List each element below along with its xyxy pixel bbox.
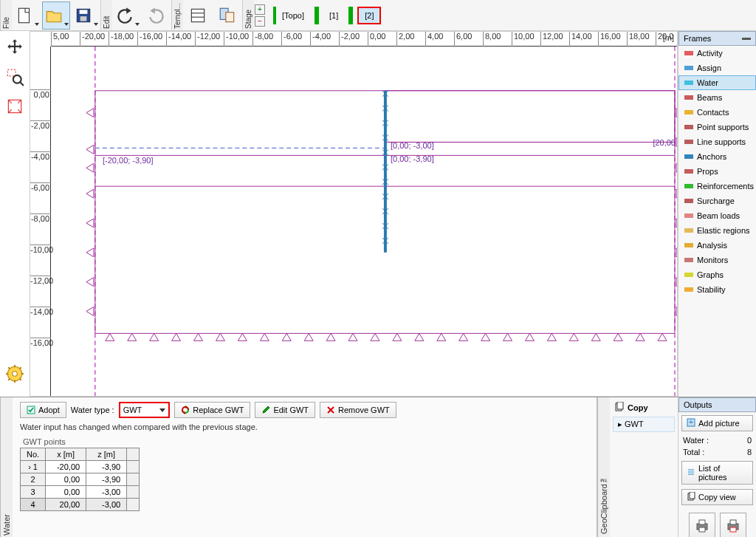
outputs-total-label: Total : — [683, 448, 704, 456]
svg-rect-71 — [684, 273, 693, 277]
replace-gwt-button[interactable]: Replace GWT — [174, 402, 250, 418]
frame-item-surcharge[interactable]: Surcharge — [678, 194, 756, 208]
activity-icon — [684, 49, 694, 58]
stage-tab-topo[interactable]: [Topo] — [273, 7, 310, 24]
stage-indicator-icon — [315, 7, 319, 24]
table-row[interactable]: › 1-20,00-3,90 — [21, 461, 140, 473]
fit-view-tool[interactable] — [3, 95, 27, 118]
template-list-button[interactable] — [184, 1, 212, 30]
svg-rect-11 — [7, 69, 16, 76]
top-toolbar: File Edit Templ... Stage + − [Topo] [1] … — [0, 0, 756, 31]
chevron-down-icon — [159, 408, 165, 412]
svg-rect-65 — [684, 184, 693, 188]
svg-rect-60 — [684, 110, 693, 114]
save-button[interactable] — [72, 1, 100, 30]
minimize-button[interactable] — [742, 37, 751, 40]
frame-item-beams[interactable]: Beams — [678, 90, 756, 105]
frame-item-anchors[interactable]: Anchors — [678, 149, 756, 164]
contacts-icon — [684, 108, 694, 117]
frame-item-analysis[interactable]: Analysis — [678, 238, 756, 253]
redo-button[interactable] — [142, 1, 171, 30]
template-settings-button[interactable] — [213, 1, 241, 30]
frame-item-activity[interactable]: Activity — [678, 46, 756, 61]
clipboard-item-gwt[interactable]: ▸ GWT — [613, 417, 675, 432]
list-pictures-button[interactable]: List of pictures — [681, 461, 753, 485]
svg-rect-67 — [684, 213, 693, 218]
svg-rect-88 — [699, 520, 705, 524]
chevron-down-icon — [135, 23, 140, 26]
table-row[interactable]: 30,00-3,00 — [21, 486, 140, 499]
frame-item-assign[interactable]: Assign — [678, 61, 756, 75]
settings-button[interactable] — [3, 362, 27, 386]
stage-tab-1[interactable]: [1] — [323, 7, 344, 24]
anchors-icon — [684, 152, 694, 161]
remove-stage-button[interactable]: − — [255, 16, 265, 27]
remove-icon — [326, 406, 335, 414]
frame-item-water[interactable]: Water — [678, 75, 756, 90]
table-row[interactable]: 420,00-3,00 — [21, 499, 140, 511]
gwt-points-table[interactable]: No. x [m] z [m] › 1-20,00-3,9020,00-3,90… — [20, 448, 140, 511]
template-menu-label[interactable]: Templ... — [171, 0, 183, 30]
col-no: No. — [21, 448, 46, 461]
stage-menu-label[interactable]: Stage — [242, 0, 254, 30]
svg-rect-59 — [684, 95, 693, 100]
frame-item-elastic-regions[interactable]: Elastic regions — [678, 223, 756, 238]
col-z: z [m] — [86, 448, 127, 461]
new-file-button[interactable] — [13, 1, 41, 30]
add-stage-button[interactable]: + — [255, 4, 265, 15]
outputs-title: Outputs — [678, 397, 756, 412]
svg-rect-28 — [385, 91, 675, 143]
adopt-button[interactable]: Adopt — [20, 402, 66, 418]
svg-point-16 — [13, 372, 18, 377]
svg-rect-64 — [684, 169, 693, 174]
copy-view-button[interactable]: Copy view — [681, 489, 753, 505]
svg-rect-69 — [684, 243, 693, 247]
frame-item-monitors[interactable]: Monitors — [678, 253, 756, 267]
coord-label: [0,00; -3,00] — [391, 141, 434, 150]
left-view-tools — [0, 31, 30, 118]
coord-label: [-20,00; -3,90] — [103, 156, 154, 165]
frame-item-graphs[interactable]: Graphs — [678, 267, 756, 282]
water-tab-label[interactable]: Water — [0, 397, 13, 537]
remove-gwt-button[interactable]: Remove GWT — [320, 402, 396, 418]
props-icon — [684, 167, 694, 176]
geoclipboard-tab[interactable]: GeoClipboard™ — [597, 397, 610, 537]
drawing-area[interactable]: [-20,00; -3,90] [0,00; -3,00] [0,00; -3,… — [51, 47, 677, 396]
svg-line-22 — [20, 379, 21, 380]
frame-item-contacts[interactable]: Contacts — [678, 105, 756, 120]
frame-item-props[interactable]: Props — [678, 164, 756, 179]
table-row[interactable]: 20,00-3,90 — [21, 473, 140, 486]
coord-label: [20,00 — [653, 138, 676, 147]
frame-item-point-supports[interactable]: Point supports — [678, 120, 756, 134]
zoom-tool[interactable] — [3, 65, 27, 89]
edit-gwt-button[interactable]: Edit GWT — [255, 402, 315, 418]
line-icon — [684, 137, 694, 146]
refresh-icon — [181, 406, 190, 414]
frames-panel: Frames ActivityAssignWaterBeamsContactsP… — [678, 31, 756, 397]
drawing-canvas[interactable]: [m] 5,00-20,00-18,00-16,00-14,00-12,00-1… — [30, 31, 678, 397]
edit-menu-label[interactable]: Edit — [100, 0, 112, 30]
svg-text:+: + — [689, 418, 693, 426]
svg-rect-57 — [684, 66, 693, 70]
frame-item-beam-loads[interactable]: Beam loads — [678, 208, 756, 223]
coord-label: [0,00; -3,90] — [391, 154, 434, 163]
pencil-icon — [261, 406, 270, 414]
frame-item-stability[interactable]: Stability — [678, 282, 756, 297]
svg-rect-2 — [79, 10, 87, 13]
print-button[interactable] — [689, 513, 715, 537]
assign-icon — [684, 64, 694, 72]
svg-rect-3 — [80, 16, 86, 21]
svg-marker-4 — [126, 7, 131, 14]
frame-item-reinforcements[interactable]: Reinforcements — [678, 179, 756, 194]
add-picture-icon: + — [687, 418, 695, 428]
print-color-button[interactable] — [720, 513, 746, 537]
undo-button[interactable] — [113, 1, 141, 30]
water-type-select[interactable]: GWT — [119, 402, 171, 418]
add-picture-button[interactable]: +Add picture — [681, 415, 753, 431]
stage-tab-2[interactable]: [2] — [357, 7, 381, 24]
file-menu-label[interactable]: File — [0, 0, 12, 30]
surcharge-icon — [684, 196, 694, 205]
pan-tool[interactable] — [3, 35, 27, 59]
open-file-button[interactable] — [42, 1, 70, 30]
frame-item-line-supports[interactable]: Line supports — [678, 134, 756, 149]
